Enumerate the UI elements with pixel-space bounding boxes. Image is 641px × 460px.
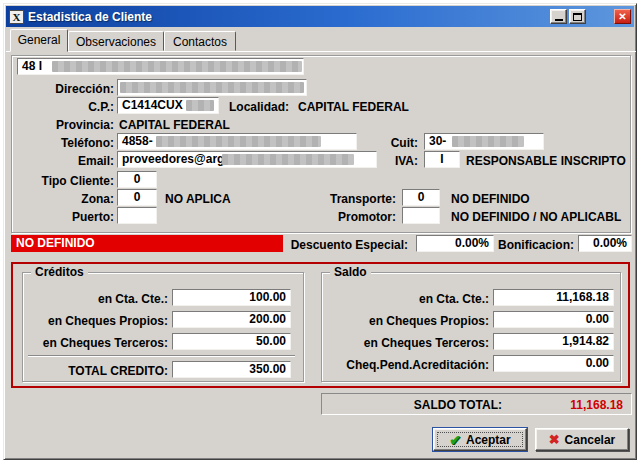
redacted-cp <box>186 100 214 111</box>
redacted-cuit <box>452 136 524 147</box>
creditos-cta-cte-field[interactable]: 100.00 <box>172 289 291 306</box>
email-field[interactable]: proveedores@arg <box>117 151 377 168</box>
aceptar-label: Aceptar <box>466 433 511 447</box>
app-icon: X <box>9 10 24 24</box>
creditos-row-label: en Cta. Cte.: <box>28 292 168 306</box>
saldo-cheques-terceros-field[interactable]: 1,914.82 <box>493 333 614 350</box>
client-code-field[interactable]: 48 I <box>17 58 304 75</box>
creditos-cta-cte-value: 100.00 <box>249 290 286 304</box>
cancelar-button[interactable]: ✖ Cancelar <box>535 428 629 451</box>
zona-field[interactable]: 0 <box>117 189 157 206</box>
saldo-cheques-propios-value: 0.00 <box>586 312 609 326</box>
cancelar-label: Cancelar <box>565 433 616 447</box>
creditos-cheques-propios-value: 200.00 <box>249 312 286 326</box>
puerto-label: Puerto: <box>42 210 114 224</box>
localidad-value: CAPITAL FEDERAL <box>298 100 409 114</box>
bonificacion-label: Bonificacion: <box>498 238 574 252</box>
zona-value: 0 <box>134 190 141 204</box>
status-banner: NO DEFINIDO <box>11 235 283 252</box>
total-credito-field[interactable]: 350.00 <box>172 361 291 378</box>
saldo-title: Saldo <box>330 265 371 279</box>
saldo-row-label: en Cta. Cte.: <box>327 292 489 306</box>
telefono-value: 4858- <box>122 134 153 148</box>
descuento-value: 0.00% <box>455 236 489 250</box>
direccion-field[interactable] <box>117 79 307 96</box>
cuit-field[interactable]: 30- <box>424 133 544 150</box>
iva-field[interactable]: I <box>424 151 460 168</box>
saldo-total-label: SALDO TOTAL: <box>352 398 502 412</box>
creditos-row-label: en Cheques Terceros: <box>28 336 168 350</box>
tab-general[interactable]: General <box>10 29 68 52</box>
iva-label: IVA: <box>360 154 418 168</box>
check-icon: ✔ <box>449 433 461 447</box>
provincia-value: CAPITAL FEDERAL <box>119 118 230 132</box>
descuento-label: Descuento Especial: <box>288 238 408 252</box>
email-value: proveedores@arg <box>122 152 224 166</box>
maximize-icon <box>573 13 582 21</box>
cp-label: C.P.: <box>42 100 114 114</box>
total-credito-value: 350.00 <box>249 362 286 376</box>
saldo-row-label: en Cheques Terceros: <box>327 336 489 350</box>
bonificacion-value: 0.00% <box>593 236 627 250</box>
redacted-direccion <box>120 82 304 93</box>
creditos-divider <box>28 355 295 357</box>
credit-balance-panel: Créditos en Cta. Cte.: 100.00 en Cheques… <box>11 262 630 388</box>
transporte-value: 0 <box>418 190 425 204</box>
creditos-groupbox: Créditos en Cta. Cte.: 100.00 en Cheques… <box>22 272 304 382</box>
telefono-field[interactable]: 4858- <box>117 133 357 150</box>
bonificacion-field[interactable]: 0.00% <box>578 235 632 252</box>
descuento-field[interactable]: 0.00% <box>416 235 494 252</box>
cp-value: C1414CUX <box>122 98 183 112</box>
client-code-value: 48 I <box>22 59 42 73</box>
saldo-groupbox: Saldo en Cta. Cte.: 11,168.18 en Cheques… <box>321 272 621 382</box>
cheq-pend-acreditacion-value: 0.00 <box>586 356 609 370</box>
transporte-field[interactable]: 0 <box>402 189 440 206</box>
tipo-cliente-value: 0 <box>134 172 141 186</box>
tab-contactos[interactable]: Contactos <box>164 31 236 51</box>
redacted-telefono <box>156 136 321 147</box>
creditos-cheques-terceros-field[interactable]: 50.00 <box>172 333 291 350</box>
total-credito-label: TOTAL CREDITO: <box>28 364 168 378</box>
tab-pane-edge <box>6 51 636 52</box>
saldo-cheques-terceros-value: 1,914.82 <box>562 334 609 348</box>
tab-observaciones[interactable]: Observaciones <box>68 31 164 51</box>
close-icon: ✕ <box>618 12 626 22</box>
iva-value: I <box>440 152 443 166</box>
saldo-total-value: 11,168.18 <box>570 398 623 412</box>
telefono-label: Teléfono: <box>42 136 114 150</box>
close-button[interactable]: ✕ <box>614 9 631 24</box>
iva-desc: RESPONSABLE INSCRIPTO <box>466 154 626 168</box>
transporte-label: Transporte: <box>304 192 396 206</box>
saldo-cta-cte-value: 11,168.18 <box>556 290 609 304</box>
promotor-field[interactable] <box>402 207 440 224</box>
localidad-label: Localidad: <box>217 100 289 114</box>
cuit-value: 30- <box>429 134 446 148</box>
promotor-label: Promotor: <box>304 210 396 224</box>
saldo-cheques-propios-field[interactable]: 0.00 <box>493 311 614 328</box>
email-label: Email: <box>42 154 114 168</box>
tipo-cliente-field[interactable]: 0 <box>117 171 157 188</box>
creditos-row-label: en Cheques Propios: <box>28 314 168 328</box>
creditos-title: Créditos <box>31 265 88 279</box>
maximize-button[interactable] <box>569 9 586 24</box>
zona-desc: NO APLICA <box>165 192 231 206</box>
minimize-button[interactable] <box>550 9 567 24</box>
aceptar-button[interactable]: ✔ Aceptar <box>433 428 527 451</box>
redacted-email <box>222 154 354 165</box>
creditos-cheques-propios-field[interactable]: 200.00 <box>172 311 291 328</box>
tipo-cliente-label: Tipo Cliente: <box>22 174 114 188</box>
zona-label: Zona: <box>42 192 114 206</box>
redacted-client-name <box>52 61 302 72</box>
cheq-pend-acreditacion-field[interactable]: 0.00 <box>493 355 614 372</box>
cuit-label: Cuit: <box>356 136 418 150</box>
cp-field[interactable]: C1414CUX <box>117 97 219 114</box>
title-bar[interactable]: X Estadistica de Cliente ✕ <box>6 6 634 27</box>
saldo-cta-cte-field[interactable]: 11,168.18 <box>493 289 614 306</box>
saldo-total-bar: SALDO TOTAL: 11,168.18 <box>321 393 632 415</box>
puerto-field[interactable] <box>117 207 157 224</box>
minimize-icon <box>555 19 563 21</box>
promotor-desc: NO DEFINIDO / NO APLICABL <box>451 210 621 224</box>
saldo-row-label: en Cheques Propios: <box>327 314 489 328</box>
saldo-row-label: Cheq.Pend.Acreditación: <box>327 358 489 372</box>
provincia-label: Provincia: <box>42 118 114 132</box>
